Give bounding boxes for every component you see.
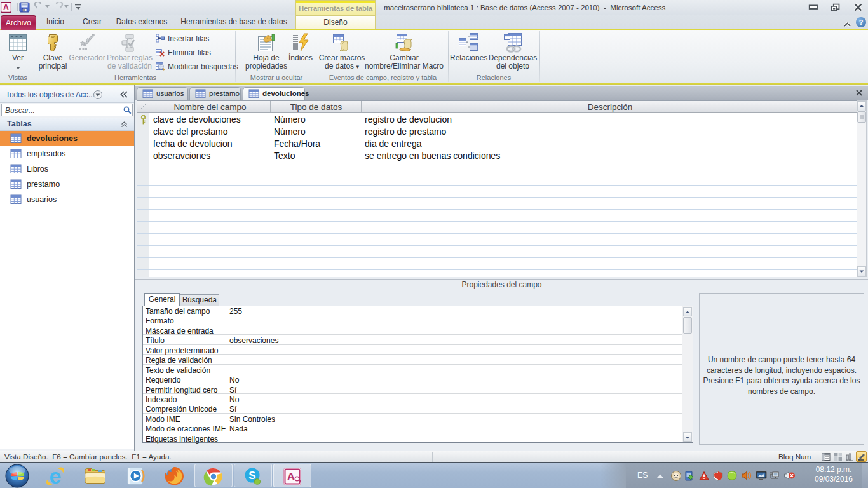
svg-text:A: A (287, 471, 295, 483)
svg-text:S: S (248, 470, 255, 482)
svg-text:A: A (3, 3, 10, 12)
